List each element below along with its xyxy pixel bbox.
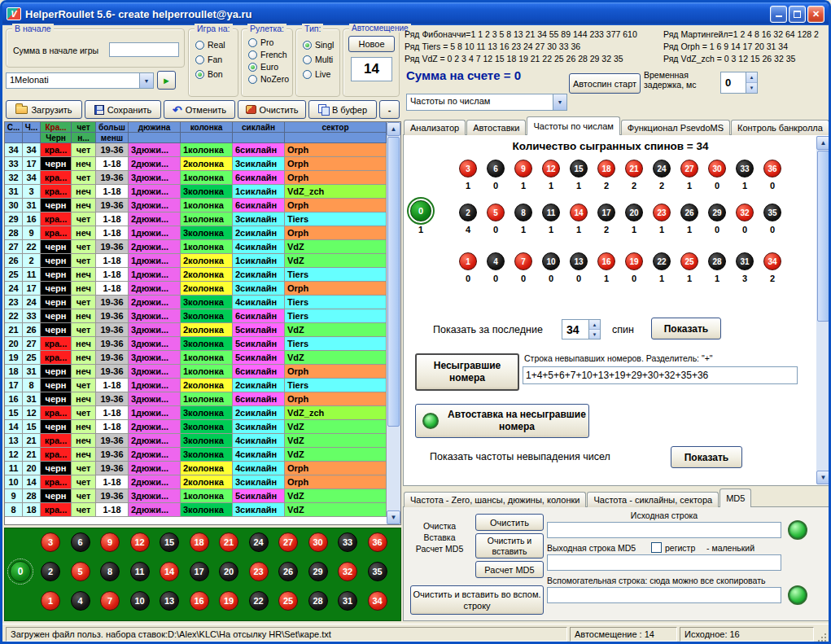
number-6[interactable]: 6 — [487, 160, 505, 177]
combo-arrow-icon[interactable]: ▼ — [139, 73, 153, 88]
number-12[interactable]: 12 — [542, 160, 560, 177]
scroll-up-icon[interactable]: ▲ — [387, 122, 400, 136]
table-scrollbar[interactable]: ▲ ▼ — [387, 122, 400, 524]
history-row[interactable]: 2233черннеч19-363дюжи...3колонка6сиклайн… — [5, 309, 387, 323]
number-23[interactable]: 23 — [653, 204, 671, 221]
undo-button[interactable]: ↶Отменить — [164, 100, 235, 119]
history-row[interactable]: 262чернчет1-181дюжи...2колонка1сиклайнVd… — [5, 254, 387, 268]
history-row[interactable]: 928чернчет19-363дюжи...1колонка5сиклайнV… — [5, 489, 387, 503]
number-22[interactable]: 22 — [653, 252, 671, 270]
history-row[interactable]: 3317черннеч1-182дюжи...2колонка3сиклайнO… — [5, 157, 387, 171]
resize-grip[interactable] — [817, 633, 828, 643]
history-row[interactable]: 289кра...неч1-181дюжи...3колонка2сиклайн… — [5, 226, 387, 240]
number-2[interactable]: 2 — [41, 562, 60, 581]
number-32[interactable]: 32 — [736, 204, 754, 221]
history-row[interactable]: 1415черннеч1-182дюжи...3колонка3сиклайнV… — [5, 420, 387, 434]
number-21[interactable]: 21 — [625, 160, 643, 177]
number-13[interactable]: 13 — [160, 591, 179, 611]
minimize-button[interactable] — [770, 6, 787, 23]
autobet-unplayed-button[interactable]: Автоставка на несыгравшие номера — [415, 404, 589, 438]
history-row[interactable]: 1120чернчет19-362дюжи...2колонка4сиклайн… — [5, 462, 387, 475]
radio-option-french[interactable]: French — [248, 49, 291, 60]
tab-функционал-psevdoms[interactable]: Функционал PsevdoMS — [621, 120, 730, 135]
number-3[interactable]: 3 — [459, 160, 477, 177]
unplayed-numbers-button[interactable]: Несыгравшие номера — [415, 353, 519, 391]
scroll-up-icon[interactable]: ▲ — [816, 136, 830, 150]
number-17[interactable]: 17 — [597, 204, 615, 221]
number-7[interactable]: 7 — [100, 591, 120, 611]
radio-option-euro[interactable]: Euro — [248, 61, 291, 72]
show-missing-button[interactable]: Показать — [671, 446, 742, 468]
number-10[interactable]: 10 — [130, 591, 150, 611]
md5-output-input[interactable] — [547, 554, 781, 571]
number-33[interactable]: 33 — [736, 160, 754, 177]
number-1[interactable]: 1 — [41, 591, 60, 611]
number-31[interactable]: 31 — [338, 591, 357, 611]
number-30[interactable]: 30 — [708, 160, 726, 177]
number-27[interactable]: 27 — [278, 532, 298, 552]
maximize-button[interactable] — [789, 6, 806, 23]
history-row[interactable]: 1014кра...чет1-182дюжи...2колонка3сиклай… — [5, 475, 387, 489]
number-18[interactable]: 18 — [190, 532, 209, 552]
number-4[interactable]: 4 — [71, 591, 90, 611]
combo-arrow-icon[interactable]: ▼ — [553, 94, 566, 110]
number-2[interactable]: 2 — [459, 204, 477, 221]
radio-option-real[interactable]: Real — [195, 39, 236, 50]
history-row[interactable]: 1221кра...неч19-362дюжи...3колонка4сикла… — [5, 448, 387, 462]
radio-option-bon[interactable]: Bon — [195, 68, 236, 80]
number-8[interactable]: 8 — [100, 562, 120, 581]
number-26[interactable]: 26 — [278, 562, 298, 581]
number-14[interactable]: 14 — [160, 562, 179, 581]
number-8[interactable]: 8 — [514, 204, 532, 221]
scroll-down-icon[interactable]: ▼ — [816, 471, 830, 484]
number-5[interactable]: 5 — [71, 562, 90, 581]
tab-частоты-по-числам[interactable]: Частоты по числам — [527, 116, 619, 135]
unplayed-numbers-input[interactable] — [523, 366, 798, 384]
minus-button[interactable]: - — [379, 100, 400, 119]
number-1[interactable]: 1 — [459, 252, 477, 270]
load-button[interactable]: Загрузить — [6, 100, 82, 119]
number-0[interactable]: 0 — [10, 561, 31, 582]
md5-aux-input[interactable] — [547, 587, 781, 603]
number-27[interactable]: 27 — [680, 160, 698, 177]
history-row[interactable]: 3031черннеч19-363дюжи...1колонка6сиклайн… — [5, 199, 387, 212]
number-7[interactable]: 7 — [514, 252, 532, 270]
tab-контроль-банкролла[interactable]: Контроль банкролла — [731, 120, 829, 135]
number-35[interactable]: 35 — [368, 562, 387, 581]
table-scroll-thumb[interactable] — [387, 137, 400, 427]
number-5[interactable]: 5 — [487, 204, 505, 221]
panel-scrollbar[interactable]: ▲ ▼ — [816, 136, 830, 484]
tab-автоставки[interactable]: Автоставки — [466, 120, 526, 135]
history-row[interactable]: 2417черннеч1-182дюжи...2колонка3сиклайнO… — [5, 282, 387, 296]
md5-aux-led-button[interactable] — [788, 585, 807, 605]
number-19[interactable]: 19 — [625, 252, 643, 270]
spin-up-icon[interactable]: ▲ — [589, 320, 600, 330]
history-row[interactable]: 178чернчет1-181дюжи...2колонка2сиклайнTi… — [5, 379, 387, 392]
number-28[interactable]: 28 — [708, 252, 726, 270]
mode-combo[interactable]: Частоты по числам ▼ — [406, 94, 567, 111]
number-9[interactable]: 9 — [514, 160, 532, 177]
md5-calc-button[interactable]: Расчет MD5 — [475, 561, 544, 578]
case-checkbox[interactable] — [651, 542, 662, 553]
number-24[interactable]: 24 — [653, 160, 671, 177]
number-34[interactable]: 34 — [368, 591, 387, 611]
clear-button[interactable]: Очистить — [238, 100, 306, 119]
tab-частота-zero-шансы-дюжины-колонки[interactable]: Частота - Zero, шансы, дюжины, колонки — [404, 492, 586, 507]
new-button[interactable]: Новое — [348, 36, 395, 52]
tab-анализатор[interactable]: Анализатор — [404, 120, 466, 135]
history-row[interactable]: 1831черннеч19-363дюжи...1колонка6сиклайн… — [5, 365, 387, 379]
number-15[interactable]: 15 — [570, 160, 588, 177]
history-row[interactable]: 2324чернчет19-362дюжи...3колонка4сиклайн… — [5, 296, 387, 309]
panel-scroll-thumb[interactable] — [817, 151, 829, 322]
history-row[interactable]: 2027кра...неч19-363дюжи...3колонка5сикла… — [5, 337, 387, 351]
history-row[interactable]: 1631черннеч19-363дюжи...1колонка6сиклайн… — [5, 392, 387, 406]
spin-down-icon[interactable]: ▼ — [746, 83, 757, 93]
number-29[interactable]: 29 — [308, 562, 328, 581]
md5-clear-paste-aux-button[interactable]: Очистить и вставить во вспом. строку — [410, 585, 544, 615]
start-sum-input[interactable] — [109, 42, 179, 57]
history-row[interactable]: 2722чернчет19-362дюжи...1колонка4сиклайн… — [5, 240, 387, 254]
number-4[interactable]: 4 — [487, 252, 505, 270]
number-29[interactable]: 29 — [708, 204, 726, 221]
copy-to-buffer-button[interactable]: В буфер — [308, 100, 377, 119]
number-32[interactable]: 32 — [338, 562, 357, 581]
